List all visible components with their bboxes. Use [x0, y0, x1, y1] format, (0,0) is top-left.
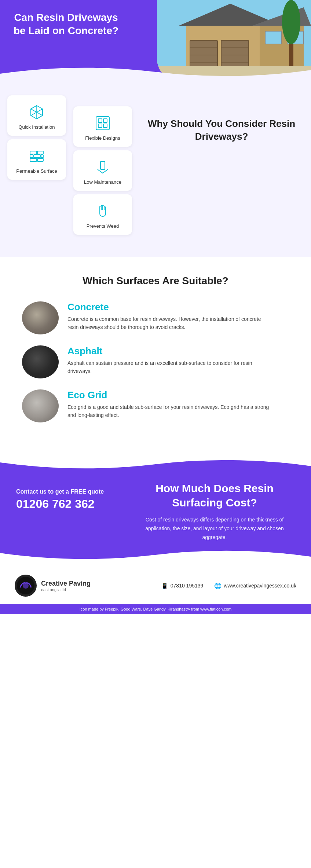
svg-rect-32: [103, 119, 107, 122]
cost-contact-label: Contact us to get a FREE quote: [16, 488, 123, 495]
svg-rect-26: [34, 155, 40, 158]
svg-rect-27: [41, 155, 43, 158]
hexagon-icon: [28, 103, 46, 121]
feature-label-flexible-designs: Flexible Designs: [85, 135, 120, 141]
hero-wave: [0, 63, 311, 81]
svg-rect-28: [30, 158, 37, 161]
footer-section: Creative Paving east anglia ltd 📱 07810 …: [0, 564, 311, 614]
logo-circle: [15, 575, 37, 597]
surfaces-title: Which Surfaces Are Suitable?: [22, 275, 289, 287]
surface-text-concrete: Concrete Concrete is a common base for r…: [67, 301, 273, 332]
asphalt-heading: Asphalt: [67, 345, 273, 357]
why-title: Why Should You Consider Resin Driveways?: [139, 117, 304, 143]
arrow-down-icon: [94, 158, 112, 176]
feature-card-permeable-surface: Permeable Surface: [7, 139, 66, 180]
svg-point-16: [282, 0, 300, 44]
svg-rect-34: [103, 124, 107, 128]
surface-item-eco-grid: Eco Grid Eco grid is a good and stable s…: [22, 389, 289, 422]
feature-card-prevents-weed: Prevents Weed: [73, 194, 132, 235]
svg-rect-23: [30, 151, 37, 154]
logo-sub: east anglia ltd: [41, 587, 91, 592]
surface-item-asphalt: Asphalt Asphalt can sustain pressure and…: [22, 345, 289, 378]
svg-rect-35: [100, 161, 105, 169]
cost-wave-bottom: [0, 546, 311, 564]
logo-name: Creative Paving: [41, 580, 91, 588]
concrete-description: Concrete is a common base for resin driv…: [67, 315, 273, 332]
footer-contact: 📱 07810 195139 🌐 www.creativepavingessex…: [161, 582, 296, 589]
footer-main: Creative Paving east anglia ltd 📱 07810 …: [0, 564, 311, 600]
footer-phone-item: 📱 07810 195139: [161, 582, 204, 589]
cost-section: Contact us to get a FREE quote 01206 762…: [0, 452, 311, 564]
why-section: Quick Installation Permeabl: [0, 81, 311, 257]
phone-icon: 📱: [161, 582, 168, 589]
svg-rect-13: [265, 31, 282, 44]
footer-logo-text: Creative Paving east anglia ltd: [41, 580, 91, 592]
feature-card-quick-installation: Quick Installation: [7, 95, 66, 136]
cost-title: How Much Does Resin Surfacing Cost?: [134, 481, 295, 510]
feature-label-prevents-weed: Prevents Weed: [87, 223, 119, 229]
asphalt-description: Asphalt can sustain pressure and is an e…: [67, 359, 273, 376]
cost-phone: 01206 762 362: [16, 497, 123, 511]
attribution-text: Icon made by Freepik, Good Ware, Dave Ga…: [80, 607, 232, 611]
svg-point-37: [23, 583, 29, 589]
surface-item-concrete: Concrete Concrete is a common base for r…: [22, 301, 289, 334]
grid-icon: [94, 114, 112, 132]
feature-label-low-maintenance: Low Maintenance: [84, 179, 121, 185]
cost-right: How Much Does Resin Surfacing Cost? Cost…: [134, 481, 295, 542]
svg-rect-24: [37, 151, 43, 154]
svg-rect-25: [30, 155, 33, 158]
globe-icon: 🌐: [214, 582, 222, 589]
feature-label-permeable-surface: Permeable Surface: [16, 168, 57, 174]
hand-icon: [94, 202, 112, 220]
svg-rect-30: [96, 117, 109, 130]
hero-section: Can Resin Driveways be Laid on Concrete?: [0, 0, 311, 81]
cost-content: Contact us to get a FREE quote 01206 762…: [16, 481, 295, 542]
footer-website-item: 🌐 www.creativepavingessex.co.uk: [214, 582, 296, 589]
surfaces-section: Which Surfaces Are Suitable? Concrete Co…: [0, 257, 311, 452]
logo-svg: [17, 576, 35, 595]
cost-description: Cost of resin driveways differs dependin…: [134, 516, 295, 542]
svg-rect-29: [37, 158, 43, 161]
eco-grid-description: Eco grid is a good and stable sub-surfac…: [67, 403, 273, 420]
feature-card-flexible-designs: Flexible Designs: [73, 106, 132, 147]
asphalt-image: [22, 345, 59, 378]
svg-rect-33: [98, 124, 102, 128]
surface-text-asphalt: Asphalt Asphalt can sustain pressure and…: [67, 345, 273, 376]
feature-cards-left: Quick Installation Permeabl: [7, 95, 66, 180]
footer-logo: Creative Paving east anglia ltd: [15, 575, 91, 597]
eco-grid-image: [22, 389, 59, 422]
cost-wave-top: [0, 452, 311, 473]
footer-website: www.creativepavingessex.co.uk: [224, 583, 296, 589]
brick-icon: [28, 147, 46, 165]
why-content: Quick Installation Permeabl: [7, 95, 304, 235]
why-title-box: Why Should You Consider Resin Driveways?: [139, 95, 304, 143]
hero-title: Can Resin Driveways be Laid on Concrete?: [11, 11, 121, 38]
feature-cards-center: Flexible Designs Low Maintenance: [73, 106, 132, 235]
feature-label-quick-installation: Quick Installation: [19, 124, 55, 130]
feature-card-low-maintenance: Low Maintenance: [73, 150, 132, 191]
footer-attribution: Icon made by Freepik, Good Ware, Dave Ga…: [0, 604, 311, 614]
footer-phone: 07810 195139: [171, 583, 204, 589]
svg-rect-31: [98, 119, 102, 122]
surface-text-eco-grid: Eco Grid Eco grid is a good and stable s…: [67, 389, 273, 420]
cost-left: Contact us to get a FREE quote 01206 762…: [16, 481, 123, 511]
eco-grid-heading: Eco Grid: [67, 389, 273, 401]
concrete-heading: Concrete: [67, 301, 273, 313]
concrete-image: [22, 301, 59, 334]
